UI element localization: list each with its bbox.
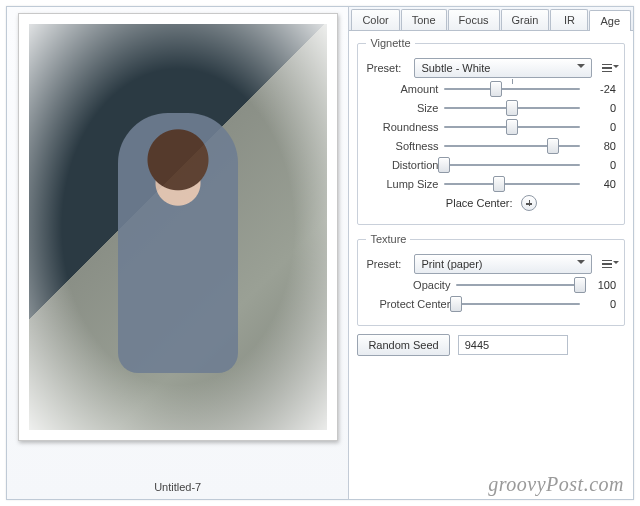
opacity-slider[interactable] (456, 277, 580, 293)
roundness-value: 0 (586, 121, 616, 133)
image-content (29, 24, 327, 430)
tab-grain[interactable]: Grain (501, 9, 550, 30)
preview-pane: Untitled-7 (7, 7, 348, 499)
place-center-label: Place Center: (446, 197, 513, 209)
protect-center-value: 0 (586, 298, 616, 310)
lumpsize-label: Lump Size (366, 178, 438, 190)
opacity-label: Opacity (366, 279, 450, 291)
softness-slider[interactable] (444, 138, 580, 154)
controls-pane: Color Tone Focus Grain IR Age Vignette P… (348, 7, 633, 499)
softness-label: Softness (366, 140, 438, 152)
random-seed-field[interactable]: 9445 (458, 335, 568, 355)
tab-focus[interactable]: Focus (448, 9, 500, 30)
random-seed-value: 9445 (465, 339, 489, 351)
amount-slider[interactable] (444, 81, 580, 97)
vignette-preset-label: Preset: (366, 62, 408, 74)
size-slider[interactable] (444, 100, 580, 116)
image-title: Untitled-7 (154, 473, 201, 499)
vignette-preset-menu-icon[interactable] (598, 59, 616, 77)
tab-ir[interactable]: IR (550, 9, 588, 30)
distortion-slider[interactable] (444, 157, 580, 173)
app-window: Untitled-7 Color Tone Focus Grain IR Age… (6, 6, 634, 500)
texture-preset-value: Print (paper) (421, 258, 482, 270)
opacity-value: 100 (586, 279, 616, 291)
vignette-preset-value: Subtle - White (421, 62, 490, 74)
protect-center-label: Protect Center (366, 298, 450, 310)
distortion-label: Distortion (366, 159, 438, 171)
amount-value: -24 (586, 83, 616, 95)
random-seed-label: Random Seed (368, 339, 438, 351)
roundness-slider[interactable] (444, 119, 580, 135)
group-texture-legend: Texture (366, 233, 410, 245)
group-vignette: Vignette Preset: Subtle - White Amount -… (357, 37, 625, 225)
softness-value: 80 (586, 140, 616, 152)
texture-preset-menu-icon[interactable] (598, 255, 616, 273)
distortion-value: 0 (586, 159, 616, 171)
texture-preset-label: Preset: (366, 258, 408, 270)
texture-preset-combo[interactable]: Print (paper) (414, 254, 592, 274)
vignette-preset-combo[interactable]: Subtle - White (414, 58, 592, 78)
tab-tone[interactable]: Tone (401, 9, 447, 30)
tab-panel-age: Vignette Preset: Subtle - White Amount -… (349, 31, 633, 499)
amount-label: Amount (366, 83, 438, 95)
group-texture: Texture Preset: Print (paper) Opacity 10… (357, 233, 625, 326)
size-label: Size (366, 102, 438, 114)
lumpsize-value: 40 (586, 178, 616, 190)
roundness-label: Roundness (366, 121, 438, 133)
protect-center-slider[interactable] (456, 296, 580, 312)
group-vignette-legend: Vignette (366, 37, 414, 49)
tab-age[interactable]: Age (589, 10, 631, 31)
random-seed-button[interactable]: Random Seed (357, 334, 449, 356)
lumpsize-slider[interactable] (444, 176, 580, 192)
tab-bar: Color Tone Focus Grain IR Age (349, 7, 633, 31)
image-canvas[interactable] (18, 13, 338, 441)
tab-color[interactable]: Color (351, 9, 399, 30)
place-center-button[interactable] (521, 195, 537, 211)
size-value: 0 (586, 102, 616, 114)
